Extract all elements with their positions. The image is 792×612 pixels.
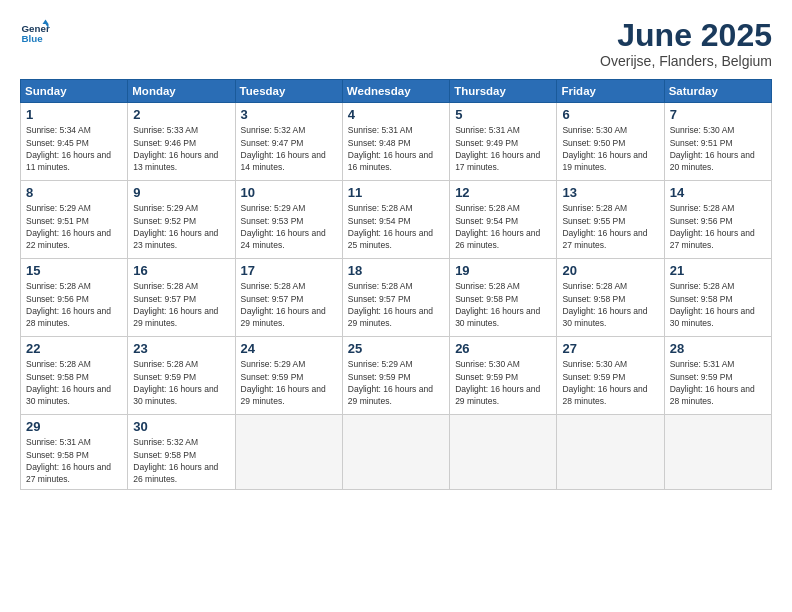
day-cell: 15 Sunrise: 5:28 AMSunset: 9:56 PMDaylig… <box>21 259 128 337</box>
day-cell: 14 Sunrise: 5:28 AMSunset: 9:56 PMDaylig… <box>664 181 771 259</box>
day-cell: 13 Sunrise: 5:28 AMSunset: 9:55 PMDaylig… <box>557 181 664 259</box>
day-cell: 7 Sunrise: 5:30 AMSunset: 9:51 PMDayligh… <box>664 103 771 181</box>
day-cell: 16 Sunrise: 5:28 AMSunset: 9:57 PMDaylig… <box>128 259 235 337</box>
table-row: 1 Sunrise: 5:34 AMSunset: 9:45 PMDayligh… <box>21 103 772 181</box>
empty-cell <box>450 415 557 490</box>
logo: General Blue <box>20 18 50 48</box>
empty-cell <box>235 415 342 490</box>
empty-cell <box>557 415 664 490</box>
day-cell: 23 Sunrise: 5:28 AMSunset: 9:59 PMDaylig… <box>128 337 235 415</box>
day-cell: 1 Sunrise: 5:34 AMSunset: 9:45 PMDayligh… <box>21 103 128 181</box>
col-monday: Monday <box>128 80 235 103</box>
table-row: 15 Sunrise: 5:28 AMSunset: 9:56 PMDaylig… <box>21 259 772 337</box>
day-cell: 17 Sunrise: 5:28 AMSunset: 9:57 PMDaylig… <box>235 259 342 337</box>
day-cell: 3 Sunrise: 5:32 AMSunset: 9:47 PMDayligh… <box>235 103 342 181</box>
day-cell: 5 Sunrise: 5:31 AMSunset: 9:49 PMDayligh… <box>450 103 557 181</box>
col-thursday: Thursday <box>450 80 557 103</box>
table-row: 8 Sunrise: 5:29 AMSunset: 9:51 PMDayligh… <box>21 181 772 259</box>
table-row: 29 Sunrise: 5:31 AMSunset: 9:58 PMDaylig… <box>21 415 772 490</box>
day-cell: 8 Sunrise: 5:29 AMSunset: 9:51 PMDayligh… <box>21 181 128 259</box>
svg-text:Blue: Blue <box>22 33 44 44</box>
day-cell: 29 Sunrise: 5:31 AMSunset: 9:58 PMDaylig… <box>21 415 128 490</box>
month-title: June 2025 <box>600 18 772 53</box>
day-cell: 28 Sunrise: 5:31 AMSunset: 9:59 PMDaylig… <box>664 337 771 415</box>
table-row: 22 Sunrise: 5:28 AMSunset: 9:58 PMDaylig… <box>21 337 772 415</box>
col-tuesday: Tuesday <box>235 80 342 103</box>
day-cell: 19 Sunrise: 5:28 AMSunset: 9:58 PMDaylig… <box>450 259 557 337</box>
day-cell: 24 Sunrise: 5:29 AMSunset: 9:59 PMDaylig… <box>235 337 342 415</box>
day-cell: 20 Sunrise: 5:28 AMSunset: 9:58 PMDaylig… <box>557 259 664 337</box>
day-cell: 26 Sunrise: 5:30 AMSunset: 9:59 PMDaylig… <box>450 337 557 415</box>
empty-cell <box>664 415 771 490</box>
day-cell: 21 Sunrise: 5:28 AMSunset: 9:58 PMDaylig… <box>664 259 771 337</box>
day-cell: 12 Sunrise: 5:28 AMSunset: 9:54 PMDaylig… <box>450 181 557 259</box>
svg-marker-2 <box>43 20 49 25</box>
title-block: June 2025 Overijse, Flanders, Belgium <box>600 18 772 69</box>
col-sunday: Sunday <box>21 80 128 103</box>
col-saturday: Saturday <box>664 80 771 103</box>
col-wednesday: Wednesday <box>342 80 449 103</box>
calendar-page: General Blue June 2025 Overijse, Flander… <box>0 0 792 612</box>
day-cell: 6 Sunrise: 5:30 AMSunset: 9:50 PMDayligh… <box>557 103 664 181</box>
day-cell: 2 Sunrise: 5:33 AMSunset: 9:46 PMDayligh… <box>128 103 235 181</box>
header: General Blue June 2025 Overijse, Flander… <box>20 18 772 69</box>
day-cell: 25 Sunrise: 5:29 AMSunset: 9:59 PMDaylig… <box>342 337 449 415</box>
day-cell: 11 Sunrise: 5:28 AMSunset: 9:54 PMDaylig… <box>342 181 449 259</box>
day-cell: 27 Sunrise: 5:30 AMSunset: 9:59 PMDaylig… <box>557 337 664 415</box>
col-friday: Friday <box>557 80 664 103</box>
day-cell: 10 Sunrise: 5:29 AMSunset: 9:53 PMDaylig… <box>235 181 342 259</box>
calendar-table: Sunday Monday Tuesday Wednesday Thursday… <box>20 79 772 490</box>
logo-icon: General Blue <box>20 18 50 48</box>
day-cell: 4 Sunrise: 5:31 AMSunset: 9:48 PMDayligh… <box>342 103 449 181</box>
day-cell: 30 Sunrise: 5:32 AMSunset: 9:58 PMDaylig… <box>128 415 235 490</box>
empty-cell <box>342 415 449 490</box>
location-subtitle: Overijse, Flanders, Belgium <box>600 53 772 69</box>
day-cell: 22 Sunrise: 5:28 AMSunset: 9:58 PMDaylig… <box>21 337 128 415</box>
header-row: Sunday Monday Tuesday Wednesday Thursday… <box>21 80 772 103</box>
day-cell: 18 Sunrise: 5:28 AMSunset: 9:57 PMDaylig… <box>342 259 449 337</box>
day-cell: 9 Sunrise: 5:29 AMSunset: 9:52 PMDayligh… <box>128 181 235 259</box>
